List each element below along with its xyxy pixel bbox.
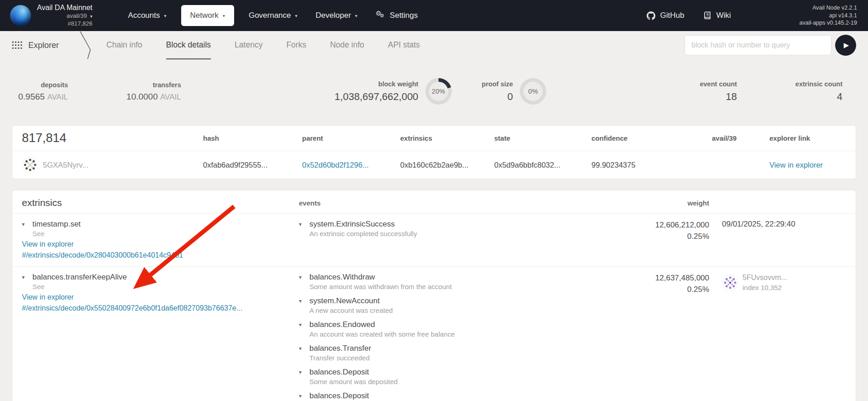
- tab-latency[interactable]: Latency: [235, 31, 262, 59]
- event-description: Some amount was withdrawn from the accou…: [309, 283, 618, 290]
- chevron-down-icon: ▾: [295, 13, 298, 18]
- event-item: ▾ balances.Deposit Some amount was depos…: [299, 368, 618, 385]
- best-block-number: #817,826: [68, 20, 92, 28]
- stat-event-count: event count 18: [700, 80, 737, 103]
- event-name: balances.Deposit: [309, 391, 369, 401]
- column-header-explorer-link: explorer link: [769, 134, 846, 142]
- event-description: Transfer succeeded: [309, 354, 618, 362]
- menu-item-developer[interactable]: Developer ▾: [307, 5, 367, 26]
- chevron-down-icon: ▾: [164, 13, 166, 18]
- extrinsic-decode-link[interactable]: #/extrinsics/decode/0x280403000b61e4014c…: [22, 251, 299, 259]
- event-description: Some amount was deposited: [309, 378, 618, 385]
- extrinsic-signer[interactable]: 5FUvsovvm... index 10,352: [722, 273, 846, 292]
- tab-node-info[interactable]: Node info: [330, 31, 364, 59]
- extrinsic-row-timestamp-set: ▾ timestamp.set See View in explorer #/e…: [12, 214, 856, 267]
- expand-caret-icon[interactable]: ▾: [22, 221, 28, 227]
- extrinsics-title: extrinsics: [22, 197, 299, 208]
- expand-caret-icon[interactable]: ▾: [299, 322, 305, 328]
- weight-value: 12,637,485,000: [618, 273, 709, 284]
- event-name: balances.Deposit: [309, 368, 369, 377]
- event-name: balances.Withdraw: [309, 273, 375, 282]
- expand-caret-icon[interactable]: ▾: [299, 393, 305, 399]
- chain-selector[interactable]: Avail DA Mainnet avail/39 ▾ #817,826: [37, 3, 93, 28]
- block-search-input[interactable]: [685, 35, 831, 55]
- event-description: An extrinsic completed successfully: [309, 230, 618, 237]
- node-version: Avail Node v2.2.1: [800, 4, 857, 12]
- block-author[interactable]: 5GXA5Nyrv...: [22, 157, 203, 173]
- weight-value: 12,606,212,000: [618, 220, 709, 231]
- tab-chain-info[interactable]: Chain info: [106, 31, 142, 59]
- runtime-selector[interactable]: avail/39 ▾: [67, 12, 93, 20]
- event-item: ▾ system.ExtrinsicSuccess An extrinsic c…: [299, 220, 618, 237]
- expand-caret-icon[interactable]: ▾: [299, 298, 305, 304]
- table-row: 5GXA5Nyrv... 0xfab6ad9f29555... 0x52d60b…: [12, 151, 856, 179]
- extrinsic-explorer-link[interactable]: View in explorer: [22, 293, 299, 301]
- apps-version: avail-apps v0.145.2-19: [800, 19, 857, 27]
- event-item: ▾ balances.Endowed An account was create…: [299, 320, 618, 338]
- signer-identicon: [722, 274, 738, 291]
- chevron-down-icon: ▾: [223, 13, 225, 18]
- column-header-state: state: [494, 134, 591, 142]
- event-name: balances.Transfer: [309, 344, 371, 353]
- events-column-header: events: [299, 199, 618, 207]
- block-summary-stats: deposits 0.9565 AVAIL transfers 10.0000 …: [0, 69, 868, 114]
- state-root: 0x5d9a6bbfc8032...: [494, 161, 591, 169]
- tab-block-details[interactable]: Block details: [166, 31, 211, 59]
- extrinsic-decode-link[interactable]: #/extrinsics/decode/0x55028400972e6b0f1d…: [22, 304, 299, 312]
- extrinsic-cell: ▾ timestamp.set See View in explorer #/e…: [22, 220, 299, 259]
- menu-item-network[interactable]: Network ▾: [181, 5, 234, 26]
- chevron-down-icon: ▾: [90, 13, 93, 19]
- block-weight-progress-ring: 20%: [425, 78, 452, 105]
- tab-forks[interactable]: Forks: [286, 31, 306, 59]
- column-header-extrinsics: extrinsics: [400, 134, 494, 142]
- event-description: An account was created with some free ba…: [309, 330, 618, 338]
- author-identicon: [22, 157, 38, 173]
- event-item: ▾ system.NewAccount A new account was cr…: [299, 296, 618, 314]
- column-header-parent: parent: [302, 134, 400, 142]
- expand-caret-icon[interactable]: ▾: [299, 274, 305, 280]
- weight-column-header: weight: [618, 199, 709, 207]
- tab-bar: Chain info Block details Latency Forks N…: [106, 31, 420, 59]
- stat-extrinsic-count: extrinsic count 4: [795, 80, 842, 103]
- query-submit-button[interactable]: ▶: [835, 35, 856, 56]
- extrinsics-header-row: extrinsics events weight: [12, 190, 856, 214]
- version-info: Avail Node v2.2.1 api v14.3.1 avail-apps…: [800, 4, 857, 27]
- top-header: Avail DA Mainnet avail/39 ▾ #817,826 Acc…: [0, 0, 868, 31]
- wiki-link[interactable]: Wiki: [703, 11, 731, 20]
- header-right: GitHub Wiki Avail Node v2.2.1 api v14.3.…: [647, 4, 857, 27]
- extrinsics-root: 0xb160c62b2ae9b...: [400, 161, 494, 169]
- tab-api-stats[interactable]: API stats: [388, 31, 420, 59]
- extrinsic-timestamp: 09/01/2025, 22:29:40: [709, 220, 846, 229]
- block-number: 817,814: [22, 131, 203, 145]
- view-in-explorer-link[interactable]: View in explorer: [769, 161, 823, 169]
- column-header-confidence: confidence: [591, 134, 712, 142]
- gears-icon: ⚙ ⚙: [376, 11, 386, 20]
- apps-menu-button[interactable]: Explorer: [12, 31, 59, 59]
- angled-divider: [78, 32, 93, 59]
- event-name: system.ExtrinsicSuccess: [309, 220, 395, 229]
- extrinsic-explorer-link[interactable]: View in explorer: [22, 240, 299, 248]
- block-hash: 0xfab6ad9f29555...: [203, 161, 302, 169]
- event-item: ▾ balances.Withdraw Some amount was with…: [299, 273, 618, 290]
- menu-item-accounts[interactable]: Accounts ▾: [119, 5, 176, 26]
- extrinsic-row-transfer-keep-alive: ▾ balances.transferKeepAlive See View in…: [12, 267, 856, 401]
- event-item: ▾ balances.Deposit Some amount was depos…: [299, 391, 618, 401]
- expand-caret-icon[interactable]: ▾: [299, 221, 305, 227]
- weight-percent: 0.25%: [618, 284, 709, 295]
- extrinsics-card: extrinsics events weight ▾ timestamp.set…: [12, 190, 856, 401]
- menu-item-governance[interactable]: Governance ▾: [240, 5, 307, 26]
- expand-caret-icon[interactable]: ▾: [22, 274, 28, 280]
- menu-item-settings[interactable]: ⚙ ⚙ Settings: [366, 5, 427, 26]
- explorer-subnav: Explorer Chain info Block details Latenc…: [0, 31, 868, 59]
- expand-caret-icon[interactable]: ▾: [299, 369, 305, 375]
- expand-caret-icon[interactable]: ▾: [299, 345, 305, 352]
- api-version: api v14.3.1: [800, 12, 857, 20]
- app-title: Explorer: [28, 41, 59, 50]
- chain-name: Avail DA Mainnet: [37, 3, 93, 12]
- block-header-row: 817,814 hash parent extrinsics state con…: [12, 126, 856, 151]
- grid-icon: [12, 41, 22, 49]
- weight-cell: 12,606,212,000 0.25%: [618, 220, 709, 242]
- github-link[interactable]: GitHub: [647, 11, 684, 20]
- events-cell: ▾ system.ExtrinsicSuccess An extrinsic c…: [299, 220, 618, 243]
- parent-hash-link[interactable]: 0x52d60bd2f1296...: [302, 161, 369, 169]
